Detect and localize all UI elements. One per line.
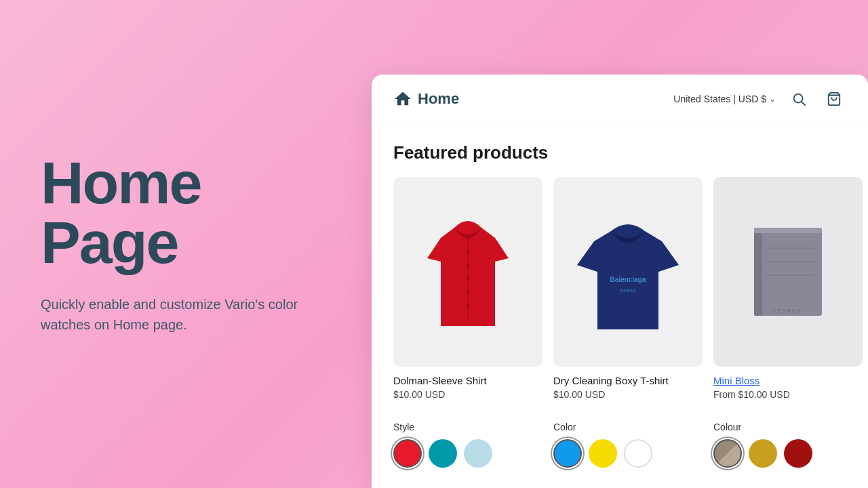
swatches-color	[553, 439, 686, 468]
product-name-wallet[interactable]: Mini Bloss	[713, 375, 863, 386]
swatch-label-colour: Colour	[713, 422, 846, 432]
wallet-gray-image: LETMUG	[744, 214, 832, 329]
swatch-group-color: Color	[553, 422, 686, 468]
chevron-down-icon: ⌄	[769, 94, 776, 104]
hero-subtitle: Quickly enable and customize Vario's col…	[41, 294, 298, 335]
svg-point-8	[467, 304, 470, 308]
svg-rect-13	[754, 228, 822, 233]
svg-point-6	[467, 277, 470, 281]
swatch-label-color: Color	[553, 422, 686, 432]
svg-rect-11	[754, 228, 822, 316]
header-right: United States | USD $ ⌄	[673, 87, 846, 111]
cart-icon	[827, 92, 842, 106]
search-icon	[791, 92, 806, 106]
currency-selector[interactable]: United States | USD $ ⌄	[673, 94, 776, 104]
svg-line-1	[802, 102, 806, 105]
product-card-tshirt: Balenciaga PARIS Dry Cleaning Boxy T-shi…	[553, 177, 703, 400]
cart-button[interactable]	[822, 87, 846, 111]
swatch-red[interactable]	[393, 439, 422, 468]
swatch-white[interactable]	[624, 439, 652, 468]
swatch-label-style: Style	[393, 422, 526, 432]
main-content: Featured products	[372, 123, 868, 488]
swatch-blue[interactable]	[553, 439, 582, 468]
product-price-wallet: From $10.00 USD	[713, 389, 863, 400]
product-price-dolman: $10.00 USD	[393, 389, 542, 400]
logo-text: Home	[418, 90, 459, 108]
shirt-navy-image: Balenciaga PARIS	[577, 204, 679, 340]
product-price-tshirt: $10.00 USD	[553, 389, 703, 400]
swatch-group-colour: Colour	[713, 422, 846, 468]
shirt-red-image	[420, 204, 515, 340]
product-image-dolman[interactable]	[393, 177, 542, 367]
swatch-gray-beige[interactable]	[713, 439, 742, 468]
swatches-colour	[713, 439, 846, 468]
app-window: Home United States | USD $ ⌄	[372, 75, 868, 488]
header: Home United States | USD $ ⌄	[372, 75, 868, 123]
hero-title: Home Page	[41, 153, 312, 272]
left-panel: Home Page Quickly enable and customize V…	[0, 0, 353, 488]
product-card-wallet: LETMUG Mini Bloss From $10.00 USD	[713, 177, 863, 400]
svg-point-5	[467, 264, 470, 267]
home-icon	[393, 89, 412, 108]
search-button[interactable]	[787, 87, 811, 111]
section-title: Featured products	[393, 142, 846, 163]
currency-label: United States | USD $	[673, 94, 766, 104]
product-card-dolman: Dolman-Sleeve Shirt $10.00 USD	[393, 177, 542, 400]
svg-rect-12	[754, 228, 762, 316]
product-name-dolman: Dolman-Sleeve Shirt	[393, 375, 542, 386]
swatch-teal[interactable]	[429, 439, 457, 468]
svg-text:PARIS: PARIS	[620, 287, 635, 293]
swatch-yellow[interactable]	[589, 439, 617, 468]
product-name-tshirt: Dry Cleaning Boxy T-shirt	[553, 375, 703, 386]
swatches-row: Style Color Colour	[393, 416, 846, 468]
product-image-tshirt[interactable]: Balenciaga PARIS	[553, 177, 703, 367]
swatch-group-style: Style	[393, 422, 526, 468]
logo[interactable]: Home	[393, 89, 459, 108]
swatch-gold[interactable]	[749, 439, 777, 468]
svg-point-7	[467, 291, 470, 294]
svg-point-4	[467, 250, 470, 253]
product-image-wallet[interactable]: LETMUG	[713, 177, 863, 367]
products-grid: Dolman-Sleeve Shirt $10.00 USD Balenciag…	[393, 177, 846, 400]
swatch-light-blue[interactable]	[464, 439, 492, 468]
swatch-dark-red[interactable]	[784, 439, 812, 468]
svg-text:Balenciaga: Balenciaga	[610, 276, 646, 283]
svg-point-0	[794, 94, 803, 102]
swatches-style	[393, 439, 526, 468]
svg-text:LETMUG: LETMUG	[774, 308, 802, 313]
